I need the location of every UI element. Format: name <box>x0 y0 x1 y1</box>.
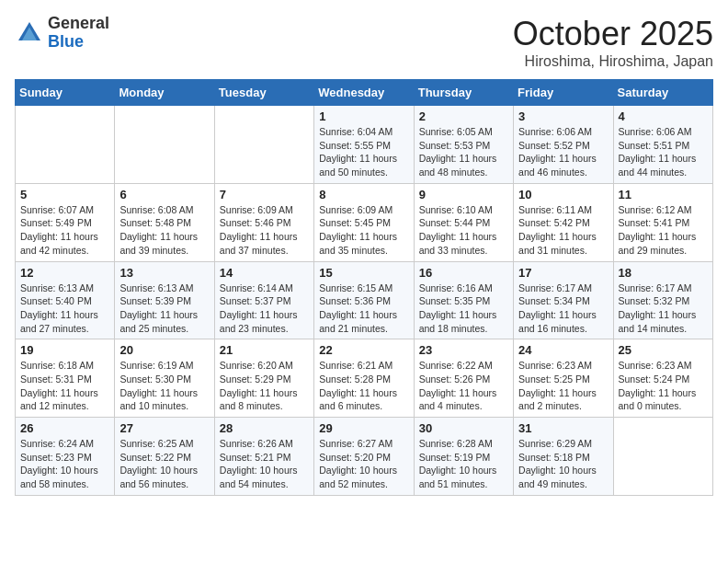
daylight-minutes: and 48 minutes. <box>419 167 488 178</box>
day-number: 27 <box>119 421 209 435</box>
daylight-label: Daylight: 11 hours <box>518 153 597 164</box>
sunset-text: Sunset: 5:45 PM <box>319 217 391 228</box>
daylight-label: Daylight: 11 hours <box>619 309 697 320</box>
weekday-row: SundayMondayTuesdayWednesdayThursdayFrid… <box>16 80 713 106</box>
day-number: 28 <box>220 421 309 435</box>
daylight-label: Daylight: 11 hours <box>419 387 497 398</box>
sunset-text: Sunset: 5:23 PM <box>20 452 92 463</box>
calendar-cell: 29Sunrise: 6:27 AMSunset: 5:20 PMDayligh… <box>314 418 414 496</box>
cell-text: Sunrise: 6:04 AMSunset: 5:55 PMDaylight:… <box>319 125 408 179</box>
cell-text: Sunrise: 6:14 AMSunset: 5:37 PMDaylight:… <box>220 282 309 336</box>
sunrise-text: Sunrise: 6:08 AM <box>119 204 193 215</box>
calendar-cell: 28Sunrise: 6:26 AMSunset: 5:21 PMDayligh… <box>214 418 313 496</box>
cell-text: Sunrise: 6:25 AMSunset: 5:22 PMDaylight:… <box>119 437 209 491</box>
sunset-text: Sunset: 5:31 PM <box>20 373 92 385</box>
calendar-cell: 6Sunrise: 6:08 AMSunset: 5:48 PMDaylight… <box>115 183 214 261</box>
sunrise-text: Sunrise: 6:26 AM <box>220 438 293 449</box>
daylight-label: Daylight: 10 hours <box>518 465 597 476</box>
calendar-cell: 27Sunrise: 6:25 AMSunset: 5:22 PMDayligh… <box>115 418 214 496</box>
calendar-cell: 23Sunrise: 6:22 AMSunset: 5:26 PMDayligh… <box>414 339 513 418</box>
daylight-minutes: and 51 minutes. <box>419 478 488 489</box>
daylight-label: Daylight: 10 hours <box>319 465 397 476</box>
sunrise-text: Sunrise: 6:14 AM <box>220 282 293 293</box>
calendar-cell: 13Sunrise: 6:13 AMSunset: 5:39 PMDayligh… <box>115 261 214 339</box>
sunset-text: Sunset: 5:30 PM <box>119 373 191 385</box>
sunset-text: Sunset: 5:52 PM <box>518 140 590 151</box>
daylight-minutes: and 35 minutes. <box>319 245 388 256</box>
calendar-cell: 20Sunrise: 6:19 AMSunset: 5:30 PMDayligh… <box>115 339 214 418</box>
sunset-text: Sunset: 5:39 PM <box>119 295 191 306</box>
sunset-text: Sunset: 5:53 PM <box>419 140 491 151</box>
daylight-label: Daylight: 11 hours <box>619 153 697 164</box>
calendar-table: SundayMondayTuesdayWednesdayThursdayFrid… <box>15 79 713 496</box>
day-number: 19 <box>20 343 109 357</box>
daylight-label: Daylight: 10 hours <box>220 465 298 476</box>
day-number: 17 <box>518 266 608 280</box>
daylight-minutes: and 49 minutes. <box>518 478 587 489</box>
sunrise-text: Sunrise: 6:22 AM <box>419 360 493 371</box>
daylight-label: Daylight: 10 hours <box>20 465 98 476</box>
sunrise-text: Sunrise: 6:27 AM <box>319 438 392 449</box>
cell-text: Sunrise: 6:06 AMSunset: 5:52 PMDaylight:… <box>518 125 608 179</box>
daylight-label: Daylight: 11 hours <box>220 309 298 320</box>
daylight-label: Daylight: 11 hours <box>20 387 98 398</box>
daylight-minutes: and 8 minutes. <box>220 400 283 411</box>
calendar-cell: 7Sunrise: 6:09 AMSunset: 5:46 PMDaylight… <box>214 183 313 261</box>
day-number: 5 <box>20 188 109 201</box>
sunset-text: Sunset: 5:36 PM <box>319 295 391 306</box>
sunrise-text: Sunrise: 6:16 AM <box>419 282 493 293</box>
weekday-header-friday: Friday <box>514 80 613 106</box>
sunset-text: Sunset: 5:40 PM <box>20 295 92 306</box>
sunrise-text: Sunrise: 6:05 AM <box>419 126 493 137</box>
cell-text: Sunrise: 6:24 AMSunset: 5:23 PMDaylight:… <box>20 437 109 491</box>
day-number: 15 <box>319 266 408 280</box>
day-number: 6 <box>119 188 209 201</box>
logo-blue-text: Blue <box>48 32 84 51</box>
daylight-minutes: and 56 minutes. <box>119 478 188 489</box>
calendar-cell: 21Sunrise: 6:20 AMSunset: 5:29 PMDayligh… <box>214 339 313 418</box>
sunrise-text: Sunrise: 6:10 AM <box>419 204 493 215</box>
calendar-cell: 11Sunrise: 6:12 AMSunset: 5:41 PMDayligh… <box>613 183 712 261</box>
sunrise-text: Sunrise: 6:17 AM <box>518 282 592 293</box>
sunrise-text: Sunrise: 6:18 AM <box>20 360 94 371</box>
calendar-cell <box>115 106 214 184</box>
week-row-5: 26Sunrise: 6:24 AMSunset: 5:23 PMDayligh… <box>16 418 713 496</box>
daylight-label: Daylight: 11 hours <box>319 387 397 398</box>
sunrise-text: Sunrise: 6:17 AM <box>619 282 692 293</box>
daylight-minutes: and 44 minutes. <box>619 167 688 178</box>
day-number: 25 <box>619 343 708 357</box>
cell-text: Sunrise: 6:21 AMSunset: 5:28 PMDaylight:… <box>319 359 408 413</box>
sunset-text: Sunset: 5:26 PM <box>419 373 491 385</box>
daylight-label: Daylight: 11 hours <box>419 153 497 164</box>
cell-text: Sunrise: 6:05 AMSunset: 5:53 PMDaylight:… <box>419 125 508 179</box>
cell-text: Sunrise: 6:16 AMSunset: 5:35 PMDaylight:… <box>419 282 508 336</box>
calendar-cell: 12Sunrise: 6:13 AMSunset: 5:40 PMDayligh… <box>16 261 115 339</box>
cell-text: Sunrise: 6:07 AMSunset: 5:49 PMDaylight:… <box>20 203 109 258</box>
day-number: 26 <box>20 421 109 435</box>
cell-text: Sunrise: 6:17 AMSunset: 5:34 PMDaylight:… <box>518 282 608 336</box>
cell-text: Sunrise: 6:23 AMSunset: 5:24 PMDaylight:… <box>619 359 708 413</box>
sunrise-text: Sunrise: 6:13 AM <box>20 282 94 293</box>
daylight-minutes: and 46 minutes. <box>518 167 587 178</box>
cell-text: Sunrise: 6:12 AMSunset: 5:41 PMDaylight:… <box>619 203 708 258</box>
cell-text: Sunrise: 6:26 AMSunset: 5:21 PMDaylight:… <box>220 437 309 491</box>
sunset-text: Sunset: 5:48 PM <box>119 217 191 228</box>
sunrise-text: Sunrise: 6:06 AM <box>619 126 692 137</box>
sunset-text: Sunset: 5:22 PM <box>119 452 191 463</box>
day-number: 10 <box>518 188 608 201</box>
daylight-minutes: and 58 minutes. <box>20 478 89 489</box>
daylight-label: Daylight: 11 hours <box>419 231 497 242</box>
daylight-minutes: and 4 minutes. <box>419 400 483 411</box>
cell-text: Sunrise: 6:15 AMSunset: 5:36 PMDaylight:… <box>319 282 408 336</box>
sunrise-text: Sunrise: 6:28 AM <box>419 438 493 449</box>
week-row-2: 5Sunrise: 6:07 AMSunset: 5:49 PMDaylight… <box>16 183 713 261</box>
daylight-minutes: and 16 minutes. <box>518 323 587 334</box>
location-title: Hiroshima, Hiroshima, Japan <box>513 53 713 70</box>
daylight-label: Daylight: 11 hours <box>119 387 198 398</box>
daylight-minutes: and 39 minutes. <box>119 245 188 256</box>
sunrise-text: Sunrise: 6:06 AM <box>518 126 592 137</box>
calendar-cell: 14Sunrise: 6:14 AMSunset: 5:37 PMDayligh… <box>214 261 313 339</box>
calendar-cell: 17Sunrise: 6:17 AMSunset: 5:34 PMDayligh… <box>514 261 613 339</box>
calendar-cell <box>214 106 313 184</box>
day-number: 9 <box>419 188 508 201</box>
